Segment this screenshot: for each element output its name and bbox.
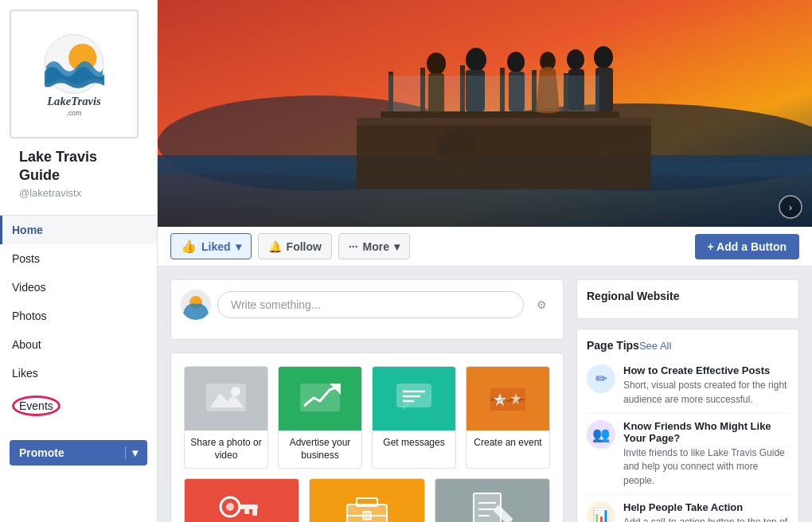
sidebar-profile: LakeTravis .com Lake Travis Guide @laket… — [0, 0, 157, 216]
tip-desc: Short, visual posts created for the righ… — [623, 380, 787, 405]
tip-know-friends-text: Know Friends Who Might Like Your Page? I… — [623, 420, 789, 488]
sidebar-item-label: Likes — [12, 367, 38, 380]
sidebar-item-label: Events — [19, 399, 53, 412]
messages-label: Get messages — [380, 430, 447, 456]
svg-text:LakeTravis: LakeTravis — [46, 95, 101, 107]
share-photo-label: Share a photo or video — [185, 430, 267, 468]
svg-text:.com: .com — [67, 109, 82, 117]
tip-effective-posts: ✏ How to Create Effective Posts Short, v… — [587, 358, 789, 414]
advertise-icon — [279, 367, 361, 430]
svg-point-48 — [226, 503, 234, 511]
svg-point-17 — [427, 53, 446, 75]
feed-column: Write something... ⚙ — [170, 279, 564, 522]
bell-icon: 🔔 — [268, 240, 282, 253]
svg-point-26 — [594, 46, 613, 68]
more-button[interactable]: ··· More ▾ — [338, 233, 410, 259]
main-content: › 👍 Liked ▾ 🔔 Follow ··· More ▾ — [158, 0, 812, 522]
svg-point-37 — [231, 387, 240, 396]
cover-photo: › — [158, 0, 812, 227]
action-card-note[interactable]: Write a note — [435, 478, 550, 522]
svg-rect-50 — [252, 509, 257, 516]
liked-button[interactable]: 👍 Liked ▾ — [170, 233, 252, 259]
liked-label: Liked — [201, 240, 231, 253]
quick-actions-panel: Share a photo or video Adv — [170, 353, 564, 522]
sidebar-item-label: Videos — [12, 281, 46, 294]
post-settings-icon[interactable]: ⚙ — [530, 295, 553, 314]
action-card-share-photo[interactable]: Share a photo or video — [184, 366, 268, 469]
svg-point-21 — [507, 52, 525, 72]
tip-people-icon: 👥 — [587, 420, 615, 449]
quick-actions-row2: Create an offer — [184, 478, 550, 522]
add-button-label: + Add a Button — [708, 240, 787, 253]
post-compose-box: Write something... ⚙ — [170, 279, 564, 340]
thumbs-up-icon: 👍 — [181, 239, 197, 254]
content-area: Write something... ⚙ — [158, 267, 812, 522]
tip-title: Know Friends Who Might Like Your Page? — [623, 420, 789, 444]
action-card-messages[interactable]: Get messages — [372, 366, 456, 469]
tip-title: Help People Take Action — [623, 501, 789, 513]
tip-chart-icon: 📊 — [587, 501, 615, 522]
sidebar-item-likes[interactable]: Likes — [0, 359, 157, 388]
sidebar-nav: Home Posts Videos Photos About Likes Eve… — [0, 216, 157, 424]
advertise-label: Advertise your business — [279, 430, 361, 468]
tip-know-friends: 👥 Know Friends Who Might Like Your Page?… — [587, 414, 789, 495]
promote-arrow-icon: ▾ — [125, 446, 138, 459]
offer-icon — [185, 479, 299, 522]
svg-text:›: › — [789, 202, 792, 213]
event-label: Create an event — [470, 430, 545, 456]
action-card-event[interactable]: Create an event — [466, 366, 550, 469]
tip-effective-posts-text: How to Create Effective Posts Short, vis… — [623, 364, 789, 407]
sidebar-item-about[interactable]: About — [0, 330, 157, 359]
action-card-offer[interactable]: Create an offer — [184, 478, 299, 522]
tip-help-action-text: Help People Take Action Add a call-to-ac… — [623, 501, 789, 522]
post-avatar — [181, 290, 211, 320]
more-dots-icon: ··· — [349, 240, 358, 253]
page-handle: @laketravistx — [10, 187, 147, 205]
job-icon — [310, 479, 424, 522]
messages-icon — [373, 367, 455, 430]
right-sidebar: Regional Website Page Tips See All ✏ How… — [576, 279, 799, 522]
svg-point-19 — [466, 48, 486, 72]
action-bar: 👍 Liked ▾ 🔔 Follow ··· More ▾ + Add a Bu… — [158, 227, 812, 267]
tip-title: How to Create Effective Posts — [623, 364, 789, 376]
sidebar-item-photos[interactable]: Photos — [0, 302, 157, 330]
sidebar-item-label: Photos — [12, 310, 47, 322]
svg-rect-29 — [357, 126, 651, 189]
sidebar-item-posts[interactable]: Posts — [0, 244, 157, 273]
post-input[interactable]: Write something... — [217, 291, 524, 318]
note-icon — [435, 479, 549, 522]
regional-widget: Regional Website — [576, 279, 799, 319]
action-card-job[interactable]: Create a job post — [309, 478, 424, 522]
events-highlight: Events — [12, 395, 61, 416]
regional-widget-title: Regional Website — [587, 290, 789, 302]
promote-button[interactable]: Promote ▾ — [10, 440, 147, 466]
quick-actions-row1: Share a photo or video Adv — [184, 366, 550, 469]
sidebar-item-label: Posts — [12, 252, 40, 265]
tip-help-action: 📊 Help People Take Action Add a call-to-… — [587, 495, 789, 522]
sidebar-item-videos[interactable]: Videos — [0, 273, 157, 302]
follow-button[interactable]: 🔔 Follow — [258, 233, 332, 259]
tip-desc: Invite friends to like Lake Travis Guide… — [623, 447, 785, 487]
follow-label: Follow — [287, 240, 322, 253]
svg-rect-51 — [244, 509, 249, 514]
avatar: LakeTravis .com — [10, 10, 139, 138]
post-box-header: Write something... ⚙ — [181, 290, 553, 320]
action-card-advertise[interactable]: Advertise your business — [278, 366, 362, 469]
sidebar-item-label: About — [12, 338, 41, 351]
sidebar-item-home[interactable]: Home — [0, 216, 157, 244]
action-bar-left: 👍 Liked ▾ 🔔 Follow ··· More ▾ — [170, 233, 410, 259]
tip-desc: Add a call-to-action button to the top o… — [623, 516, 787, 522]
add-button-btn[interactable]: + Add a Button — [695, 234, 799, 259]
sidebar: LakeTravis .com Lake Travis Guide @laket… — [0, 0, 158, 522]
event-icon — [467, 367, 549, 430]
sidebar-item-events[interactable]: Events — [0, 388, 157, 424]
page-tips-widget: Page Tips See All ✏ How to Create Effect… — [576, 329, 799, 522]
share-photo-icon — [185, 367, 267, 430]
page-name: Lake Travis Guide — [10, 145, 147, 187]
liked-dropdown-icon: ▾ — [236, 240, 241, 253]
tip-pencil-icon: ✏ — [587, 364, 615, 393]
more-dropdown-icon: ▾ — [394, 240, 400, 253]
svg-rect-55 — [363, 512, 371, 520]
promote-btn-wrap: Promote ▾ — [0, 430, 157, 475]
see-all-button[interactable]: See All — [639, 340, 671, 352]
